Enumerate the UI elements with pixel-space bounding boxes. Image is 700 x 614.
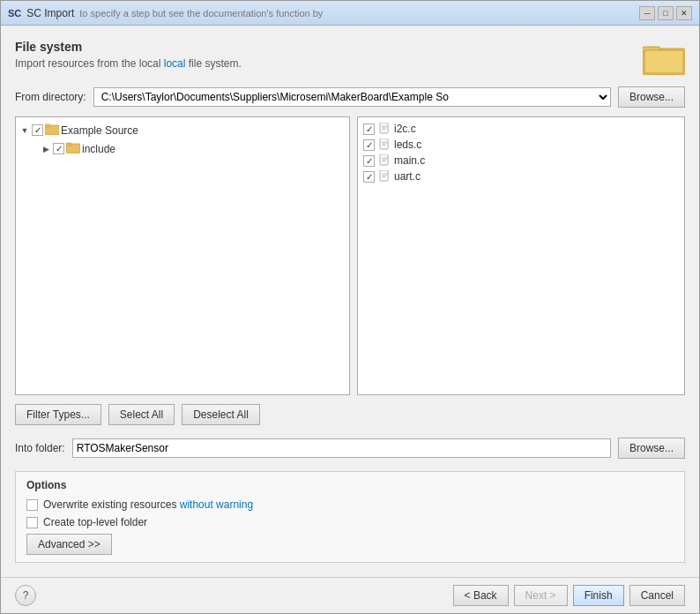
list-item: uart.c	[361, 168, 681, 184]
tree-item-checkbox-example-source[interactable]	[32, 124, 43, 136]
into-folder-row: Into folder: Browse...	[15, 438, 685, 459]
restore-button[interactable]: □	[658, 6, 674, 20]
file-checkbox-i2c[interactable]	[363, 124, 375, 135]
options-section: Options Overwrite existing resources wit…	[15, 471, 685, 563]
folder-icon	[66, 141, 80, 156]
next-button[interactable]: Next >	[514, 585, 568, 606]
page-description: Import resources from the local local fi…	[15, 57, 242, 70]
from-directory-select[interactable]: C:\Users\Taylor\Documents\Suppliers\Micr…	[93, 87, 611, 107]
help-button[interactable]: ?	[15, 585, 36, 606]
from-directory-browse-button[interactable]: Browse...	[618, 86, 685, 108]
file-icon	[378, 170, 391, 183]
options-title: Options	[26, 479, 674, 491]
tree-panel[interactable]: ▼ Example Source ▶	[15, 116, 350, 395]
deselect-all-button[interactable]: Deselect All	[182, 404, 260, 425]
tree-item-checkbox-include[interactable]	[53, 143, 64, 154]
into-folder-browse-button[interactable]: Browse...	[618, 438, 685, 459]
close-button[interactable]: ✕	[676, 6, 692, 20]
main-content: File system Import resources from the lo…	[1, 26, 699, 577]
folder-icon	[45, 123, 59, 138]
page-header-text: File system Import resources from the lo…	[15, 40, 242, 70]
page-title: File system	[15, 40, 242, 54]
file-label: leds.c	[394, 139, 421, 151]
create-folder-checkbox[interactable]	[26, 517, 38, 528]
file-checkbox-uart[interactable]	[363, 171, 375, 183]
overwrite-checkbox[interactable]	[26, 499, 38, 511]
file-label: uart.c	[394, 170, 421, 183]
file-label: main.c	[394, 154, 425, 167]
tree-item-label: include	[82, 143, 115, 155]
list-item: main.c	[361, 153, 681, 168]
file-panels: ▼ Example Source ▶	[15, 116, 685, 395]
file-checkbox-main[interactable]	[363, 155, 375, 167]
title-bar-controls: ─ □ ✕	[639, 6, 692, 20]
list-item: leds.c	[361, 137, 681, 153]
minimize-button[interactable]: ─	[639, 6, 655, 20]
file-icon	[378, 139, 391, 151]
list-item: i2c.c	[361, 121, 681, 137]
advanced-button-row: Advanced >>	[26, 534, 674, 555]
create-folder-label: Create top-level folder	[43, 516, 147, 528]
overwrite-option-row: Overwrite existing resources without war…	[26, 498, 674, 511]
expand-arrow-icon[interactable]: ▶	[41, 144, 51, 154]
from-directory-row: From directory: C:\Users\Taylor\Document…	[15, 86, 685, 108]
advanced-button[interactable]: Advanced >>	[26, 534, 112, 555]
files-panel[interactable]: i2c.c leds.c	[357, 116, 685, 395]
svg-rect-6	[66, 143, 71, 146]
create-folder-option-row: Create top-level folder	[26, 516, 674, 528]
filter-types-button[interactable]: Filter Types...	[15, 404, 101, 425]
file-checkbox-leds[interactable]	[363, 139, 375, 151]
into-folder-label: Into folder:	[15, 442, 65, 454]
action-buttons-row: Filter Types... Select All Deselect All	[15, 404, 685, 425]
bottom-bar-right: < Back Next > Finish Cancel	[453, 585, 685, 606]
list-item: ▶ include	[19, 139, 346, 158]
title-bar: SC SC Import to specify a step but see t…	[1, 1, 699, 26]
title-bar-left: SC SC Import to specify a step but see t…	[8, 7, 323, 19]
folder-icon-large	[643, 40, 685, 78]
overwrite-label: Overwrite existing resources without war…	[43, 498, 253, 511]
file-icon	[378, 154, 391, 167]
finish-button[interactable]: Finish	[573, 585, 624, 606]
window-subtitle: to specify a step but see the documentat…	[79, 8, 323, 19]
from-directory-label: From directory:	[15, 91, 86, 103]
bottom-bar: ? < Back Next > Finish Cancel	[1, 577, 699, 613]
back-button[interactable]: < Back	[453, 585, 509, 606]
select-all-button[interactable]: Select All	[108, 404, 175, 425]
into-folder-input[interactable]	[72, 438, 611, 458]
tree-item-label: Example Source	[61, 124, 138, 137]
expand-arrow-icon[interactable]: ▼	[19, 125, 30, 136]
list-item: ▼ Example Source	[19, 121, 346, 139]
cancel-button[interactable]: Cancel	[629, 585, 685, 606]
window-title: SC Import	[26, 7, 74, 19]
file-label: i2c.c	[394, 123, 416, 135]
page-header: File system Import resources from the lo…	[15, 40, 685, 78]
app-icon: SC	[8, 8, 21, 19]
window: SC SC Import to specify a step but see t…	[0, 0, 700, 614]
svg-rect-2	[644, 50, 683, 73]
svg-rect-4	[45, 124, 50, 127]
file-icon	[378, 123, 391, 135]
